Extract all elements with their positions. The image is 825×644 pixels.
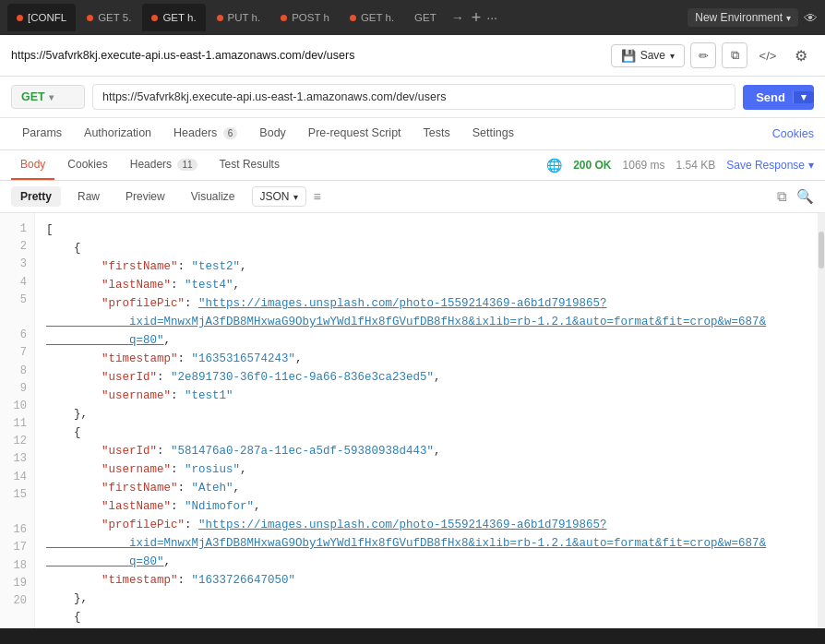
save-response-label: Save Response bbox=[726, 159, 805, 172]
code-line-6: "timestamp": "1635316574243", bbox=[46, 350, 807, 368]
tab-get4[interactable]: GET bbox=[405, 4, 446, 31]
code-line-9: }, bbox=[46, 405, 807, 423]
code-line-13: "firstName": "Ateh", bbox=[46, 479, 807, 497]
tab-dot-confl bbox=[17, 15, 23, 21]
code-line-1: [ bbox=[46, 221, 807, 239]
url-bar-actions: 💾 Save ▾ ✏ ⧉ bbox=[611, 42, 747, 68]
url-bar-area: https://5vafvrk8kj.execute-api.us-east-1… bbox=[0, 35, 825, 77]
format-select[interactable]: JSON ▾ bbox=[252, 186, 306, 207]
env-chevron-icon: ▾ bbox=[786, 13, 791, 23]
filter-lines-icon[interactable]: ≡ bbox=[314, 189, 321, 204]
tab-label-put: PUT h. bbox=[228, 12, 261, 23]
tab-body[interactable]: Body bbox=[248, 118, 297, 149]
send-chevron-icon[interactable]: ▾ bbox=[793, 91, 814, 103]
response-status-area: 🌐 200 OK 1069 ms 1.54 KB Save Response ▾ bbox=[546, 158, 814, 173]
tab-dot-put bbox=[217, 15, 223, 21]
copy-icon: ⧉ bbox=[731, 48, 739, 63]
code-line-18: { bbox=[46, 608, 807, 626]
tab-add-icon[interactable]: + bbox=[472, 8, 482, 28]
code-line-17: }, bbox=[46, 590, 807, 608]
tab-label-get3: GET h. bbox=[361, 12, 394, 23]
tab-put[interactable]: PUT h. bbox=[208, 4, 270, 31]
format-toolbar: Pretty Raw Preview Visualize JSON ▾ ≡ ⧉ … bbox=[0, 181, 825, 213]
edit-icon: ✏ bbox=[699, 49, 709, 63]
copy-code-icon[interactable]: ⧉ bbox=[777, 188, 787, 205]
res-tab-headers[interactable]: Headers 11 bbox=[121, 150, 207, 180]
res-tab-testresults[interactable]: Test Results bbox=[210, 150, 289, 180]
headers-badge: 6 bbox=[223, 127, 238, 139]
save-response-chevron-icon: ▾ bbox=[808, 159, 814, 172]
env-selector[interactable]: New Environment ▾ bbox=[688, 8, 798, 27]
code-line-12: "username": "rosius", bbox=[46, 460, 807, 479]
scrollbar[interactable] bbox=[818, 213, 825, 628]
res-headers-badge: 11 bbox=[177, 159, 197, 171]
code-area: 1 2 3 4 5 6 7 8 9 10 11 12 13 14 15 16 1… bbox=[0, 213, 825, 628]
copy-button[interactable]: ⧉ bbox=[722, 42, 747, 68]
tab-get2[interactable]: GET h. bbox=[142, 4, 205, 31]
code-line-16: "timestamp": "1633726647050" bbox=[46, 571, 807, 590]
response-size: 1.54 KB bbox=[676, 159, 716, 172]
edit-button[interactable]: ✏ bbox=[690, 42, 716, 68]
tab-dot-get2 bbox=[151, 15, 158, 21]
tab-dot-post bbox=[281, 15, 287, 21]
line-numbers: 1 2 3 4 5 6 7 8 9 10 11 12 13 14 15 16 1… bbox=[0, 213, 35, 628]
res-tab-cookies[interactable]: Cookies bbox=[58, 150, 116, 180]
tab-arrow-icon: → bbox=[451, 10, 464, 25]
scrollbar-thumb[interactable] bbox=[819, 232, 824, 268]
tab-bar-right: New Environment ▾ 👁 bbox=[688, 8, 818, 27]
tab-headers[interactable]: Headers 6 bbox=[162, 118, 248, 149]
tab-label-get4: GET bbox=[414, 12, 436, 23]
tab-label-get1: GET 5. bbox=[98, 12, 131, 23]
view-raw-button[interactable]: Raw bbox=[68, 186, 109, 207]
method-select[interactable]: GET ▾ bbox=[11, 85, 85, 109]
tab-prerequest[interactable]: Pre-request Script bbox=[297, 118, 412, 149]
tab-bar: [CONFL GET 5. GET h. PUT h. POST h GET h… bbox=[0, 0, 825, 35]
code-line-5: "profilePic": "https://images.unsplash.c… bbox=[46, 294, 807, 350]
tab-get3[interactable]: GET h. bbox=[341, 4, 403, 31]
request-tabs-row: Params Authorization Headers 6 Body Pre-… bbox=[0, 118, 825, 150]
tab-authorization[interactable]: Authorization bbox=[73, 118, 162, 149]
method-label: GET bbox=[21, 90, 45, 103]
code-line-19: "firstName": "test2", bbox=[46, 626, 807, 628]
send-button[interactable]: Send ▾ bbox=[743, 85, 814, 110]
code-line-2: { bbox=[46, 239, 807, 257]
code-line-7: "userId": "2e891730-36f0-11ec-9a66-836e3… bbox=[46, 368, 807, 387]
tab-confl[interactable]: [CONFL bbox=[7, 4, 76, 31]
tab-tests[interactable]: Tests bbox=[412, 118, 461, 149]
tab-get1[interactable]: GET 5. bbox=[78, 4, 140, 31]
view-pretty-button[interactable]: Pretty bbox=[11, 186, 61, 207]
code-line-4: "lastName": "test4", bbox=[46, 276, 807, 294]
url-input[interactable] bbox=[92, 84, 735, 110]
code-brackets-icon: </> bbox=[759, 49, 777, 63]
cookies-link[interactable]: Cookies bbox=[772, 127, 814, 140]
eye-icon[interactable]: 👁 bbox=[804, 10, 818, 26]
code-line-3: "firstName": "test2", bbox=[46, 257, 807, 276]
save-response-button[interactable]: Save Response ▾ bbox=[726, 159, 814, 172]
globe-icon: 🌐 bbox=[546, 158, 562, 173]
tab-dot-get3 bbox=[350, 15, 356, 21]
save-chevron-icon: ▾ bbox=[670, 51, 675, 61]
tab-post[interactable]: POST h bbox=[271, 4, 339, 31]
env-label: New Environment bbox=[695, 11, 783, 24]
tab-label-post: POST h bbox=[292, 12, 329, 23]
save-button[interactable]: 💾 Save ▾ bbox=[611, 44, 685, 67]
search-icon[interactable]: 🔍 bbox=[796, 188, 814, 205]
tab-params[interactable]: Params bbox=[11, 118, 73, 149]
request-row: GET ▾ Send ▾ bbox=[0, 77, 825, 118]
res-tab-body[interactable]: Body bbox=[11, 150, 54, 180]
code-line-11: "userId": "581476a0-287a-11ec-a5df-59380… bbox=[46, 442, 807, 460]
code-icon-btn[interactable]: </> bbox=[755, 42, 781, 68]
tab-settings[interactable]: Settings bbox=[461, 118, 525, 149]
save-disk-icon: 💾 bbox=[621, 49, 636, 63]
send-label: Send bbox=[756, 90, 793, 104]
toolbar-right: ⧉ 🔍 bbox=[777, 188, 814, 205]
response-time: 1069 ms bbox=[623, 159, 665, 172]
tab-label-get2: GET h. bbox=[162, 12, 196, 23]
tab-more-icon[interactable]: ··· bbox=[486, 10, 497, 25]
settings-icon-btn[interactable]: ⚙ bbox=[788, 42, 814, 68]
format-label: JSON bbox=[260, 190, 290, 203]
save-label: Save bbox=[640, 49, 665, 62]
view-visualize-button[interactable]: Visualize bbox=[182, 186, 245, 207]
view-preview-button[interactable]: Preview bbox=[116, 186, 174, 207]
tab-label-confl: [CONFL bbox=[28, 12, 66, 23]
